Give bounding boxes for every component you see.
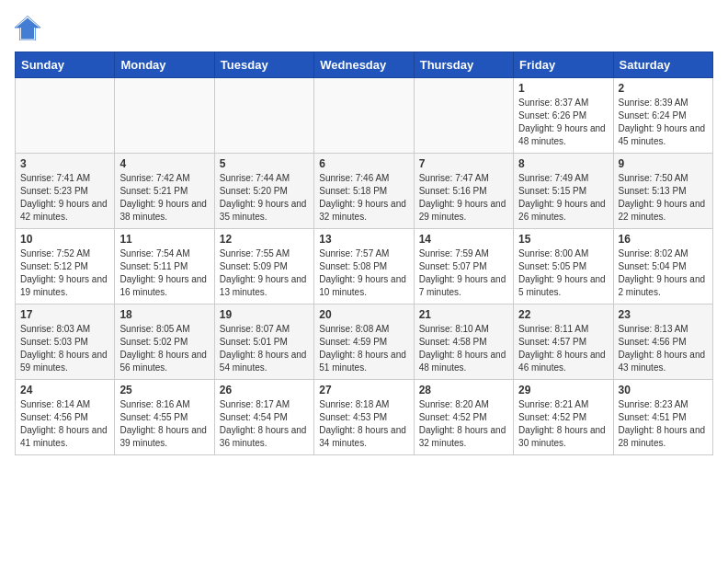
day-number: 9 (619, 157, 708, 170)
week-row-1: 1Sunrise: 8:37 AM Sunset: 6:26 PM Daylig… (16, 78, 713, 154)
day-info: Sunrise: 8:39 AM Sunset: 6:24 PM Dayligh… (619, 97, 708, 148)
day-number: 16 (619, 233, 708, 246)
day-number: 12 (220, 233, 309, 246)
day-cell: 1Sunrise: 8:37 AM Sunset: 6:26 PM Daylig… (514, 78, 613, 154)
day-number: 26 (220, 384, 309, 396)
day-cell: 6Sunrise: 7:46 AM Sunset: 5:18 PM Daylig… (314, 154, 414, 229)
day-cell: 12Sunrise: 7:55 AM Sunset: 5:09 PM Dayli… (214, 229, 313, 304)
logo-icon (15, 15, 40, 40)
day-number: 3 (20, 157, 109, 170)
day-info: Sunrise: 8:16 AM Sunset: 4:55 PM Dayligh… (119, 398, 209, 450)
week-row-4: 17Sunrise: 8:03 AM Sunset: 5:03 PM Dayli… (16, 304, 713, 380)
day-cell: 17Sunrise: 8:03 AM Sunset: 5:03 PM Dayli… (16, 304, 115, 380)
day-cell (414, 78, 513, 154)
day-cell: 4Sunrise: 7:42 AM Sunset: 5:21 PM Daylig… (115, 154, 214, 229)
day-number: 27 (319, 384, 408, 396)
day-cell: 28Sunrise: 8:20 AM Sunset: 4:52 PM Dayli… (414, 380, 513, 455)
day-number: 23 (619, 308, 708, 321)
day-cell: 13Sunrise: 7:57 AM Sunset: 5:08 PM Dayli… (314, 229, 414, 304)
day-info: Sunrise: 8:10 AM Sunset: 4:58 PM Dayligh… (419, 323, 508, 374)
day-number: 22 (518, 308, 608, 321)
day-cell: 11Sunrise: 7:54 AM Sunset: 5:11 PM Dayli… (115, 229, 214, 304)
day-number: 25 (119, 384, 209, 396)
day-info: Sunrise: 8:05 AM Sunset: 5:02 PM Dayligh… (119, 323, 209, 374)
day-info: Sunrise: 8:23 AM Sunset: 4:51 PM Dayligh… (619, 398, 708, 450)
day-cell: 27Sunrise: 8:18 AM Sunset: 4:53 PM Dayli… (314, 380, 414, 455)
page-header (15, 15, 713, 40)
day-info: Sunrise: 8:20 AM Sunset: 4:52 PM Dayligh… (419, 398, 508, 450)
day-info: Sunrise: 8:07 AM Sunset: 5:01 PM Dayligh… (220, 323, 309, 374)
header-monday: Monday (115, 52, 214, 78)
day-number: 14 (419, 233, 508, 246)
day-cell: 15Sunrise: 8:00 AM Sunset: 5:05 PM Dayli… (514, 229, 613, 304)
day-info: Sunrise: 7:47 AM Sunset: 5:16 PM Dayligh… (419, 172, 508, 224)
day-number: 21 (419, 308, 508, 321)
day-info: Sunrise: 7:49 AM Sunset: 5:15 PM Dayligh… (518, 172, 608, 224)
day-cell: 8Sunrise: 7:49 AM Sunset: 5:15 PM Daylig… (514, 154, 613, 229)
day-cell (314, 78, 414, 154)
day-info: Sunrise: 8:18 AM Sunset: 4:53 PM Dayligh… (319, 398, 408, 450)
logo (15, 15, 44, 40)
day-cell: 20Sunrise: 8:08 AM Sunset: 4:59 PM Dayli… (314, 304, 414, 380)
day-number: 1 (518, 82, 608, 95)
day-cell: 2Sunrise: 8:39 AM Sunset: 6:24 PM Daylig… (613, 78, 712, 154)
day-cell: 26Sunrise: 8:17 AM Sunset: 4:54 PM Dayli… (214, 380, 313, 455)
header-sunday: Sunday (16, 52, 115, 78)
day-cell: 10Sunrise: 7:52 AM Sunset: 5:12 PM Dayli… (16, 229, 115, 304)
day-cell: 16Sunrise: 8:02 AM Sunset: 5:04 PM Dayli… (613, 229, 712, 304)
header-wednesday: Wednesday (314, 52, 414, 78)
header-friday: Friday (514, 52, 613, 78)
day-cell: 23Sunrise: 8:13 AM Sunset: 4:56 PM Dayli… (613, 304, 712, 380)
day-number: 4 (119, 157, 209, 170)
day-cell: 29Sunrise: 8:21 AM Sunset: 4:52 PM Dayli… (514, 380, 613, 455)
day-info: Sunrise: 8:37 AM Sunset: 6:26 PM Dayligh… (518, 97, 608, 148)
week-row-5: 24Sunrise: 8:14 AM Sunset: 4:56 PM Dayli… (16, 380, 713, 455)
day-number: 7 (419, 157, 508, 170)
day-info: Sunrise: 7:46 AM Sunset: 5:18 PM Dayligh… (319, 172, 408, 224)
day-info: Sunrise: 7:54 AM Sunset: 5:11 PM Dayligh… (119, 247, 209, 299)
day-number: 19 (220, 308, 309, 321)
day-info: Sunrise: 7:57 AM Sunset: 5:08 PM Dayligh… (319, 247, 408, 299)
day-cell: 9Sunrise: 7:50 AM Sunset: 5:13 PM Daylig… (613, 154, 712, 229)
header-thursday: Thursday (414, 52, 513, 78)
day-info: Sunrise: 8:02 AM Sunset: 5:04 PM Dayligh… (619, 247, 708, 299)
day-cell (214, 78, 313, 154)
day-info: Sunrise: 8:08 AM Sunset: 4:59 PM Dayligh… (319, 323, 408, 374)
header-tuesday: Tuesday (214, 52, 313, 78)
day-number: 28 (419, 384, 508, 396)
day-info: Sunrise: 7:41 AM Sunset: 5:23 PM Dayligh… (20, 172, 109, 224)
day-cell: 3Sunrise: 7:41 AM Sunset: 5:23 PM Daylig… (16, 154, 115, 229)
day-number: 24 (20, 384, 109, 396)
day-cell: 25Sunrise: 8:16 AM Sunset: 4:55 PM Dayli… (115, 380, 214, 455)
day-number: 18 (119, 308, 209, 321)
day-cell: 30Sunrise: 8:23 AM Sunset: 4:51 PM Dayli… (613, 380, 712, 455)
day-number: 11 (119, 233, 209, 246)
day-cell (16, 78, 115, 154)
day-info: Sunrise: 8:14 AM Sunset: 4:56 PM Dayligh… (20, 398, 109, 450)
day-cell: 19Sunrise: 8:07 AM Sunset: 5:01 PM Dayli… (214, 304, 313, 380)
day-info: Sunrise: 8:13 AM Sunset: 4:56 PM Dayligh… (619, 323, 708, 374)
header-saturday: Saturday (613, 52, 712, 78)
week-row-3: 10Sunrise: 7:52 AM Sunset: 5:12 PM Dayli… (16, 229, 713, 304)
day-number: 30 (619, 384, 708, 396)
day-info: Sunrise: 8:21 AM Sunset: 4:52 PM Dayligh… (518, 398, 608, 450)
day-cell (115, 78, 214, 154)
day-number: 2 (619, 82, 708, 95)
day-info: Sunrise: 8:00 AM Sunset: 5:05 PM Dayligh… (518, 247, 608, 299)
day-number: 8 (518, 157, 608, 170)
day-number: 13 (319, 233, 408, 246)
day-number: 20 (319, 308, 408, 321)
day-number: 6 (319, 157, 408, 170)
calendar-header-row: SundayMondayTuesdayWednesdayThursdayFrid… (16, 52, 713, 78)
day-number: 5 (220, 157, 309, 170)
day-cell: 14Sunrise: 7:59 AM Sunset: 5:07 PM Dayli… (414, 229, 513, 304)
svg-marker-0 (16, 18, 39, 40)
day-cell: 22Sunrise: 8:11 AM Sunset: 4:57 PM Dayli… (514, 304, 613, 380)
day-cell: 21Sunrise: 8:10 AM Sunset: 4:58 PM Dayli… (414, 304, 513, 380)
day-number: 15 (518, 233, 608, 246)
week-row-2: 3Sunrise: 7:41 AM Sunset: 5:23 PM Daylig… (16, 154, 713, 229)
day-cell: 7Sunrise: 7:47 AM Sunset: 5:16 PM Daylig… (414, 154, 513, 229)
day-info: Sunrise: 7:52 AM Sunset: 5:12 PM Dayligh… (20, 247, 109, 299)
day-cell: 18Sunrise: 8:05 AM Sunset: 5:02 PM Dayli… (115, 304, 214, 380)
day-info: Sunrise: 8:17 AM Sunset: 4:54 PM Dayligh… (220, 398, 309, 450)
